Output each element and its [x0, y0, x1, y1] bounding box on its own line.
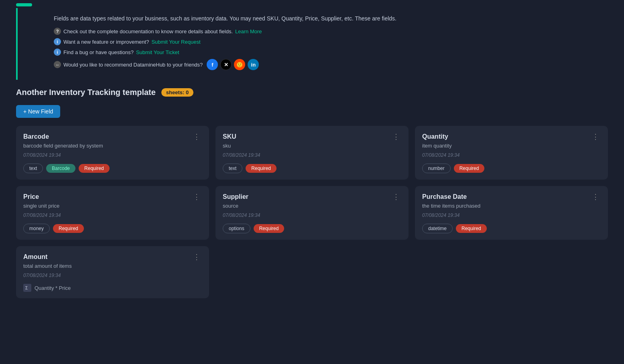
- barcode-menu-button[interactable]: ⋮: [191, 133, 202, 140]
- amount-card-description: total amount of items: [23, 263, 202, 271]
- template-header: Another Inventory Tracking template shee…: [16, 88, 608, 97]
- sku-card-description: sku: [223, 143, 401, 151]
- supplier-tag-options: options: [223, 224, 250, 233]
- quantity-card-header: Quantity ⋮: [422, 133, 601, 140]
- amount-row: Amount ⋮ total amount of items 07/08/202…: [16, 246, 608, 298]
- barcode-card: Barcode ⋮ barcode field generated by sys…: [16, 126, 209, 180]
- share-text: Would you like to recommend DatamineHub …: [63, 62, 203, 68]
- amount-menu-button[interactable]: ⋮: [191, 253, 202, 261]
- info-icon-2: i: [54, 49, 61, 56]
- submit-ticket-link[interactable]: Submit Your Ticket: [136, 49, 179, 55]
- cards-grid-row2: Price ⋮ single unit price 07/08/2024 19:…: [16, 186, 608, 240]
- sku-menu-button[interactable]: ⋮: [391, 133, 401, 140]
- price-card-tags: money Required: [23, 224, 202, 233]
- amount-card: Amount ⋮ total amount of items 07/08/202…: [16, 246, 209, 298]
- quantity-card-tags: number Required: [422, 164, 601, 173]
- quantity-tag-number: number: [422, 164, 451, 173]
- sheets-badge: sheets: 0: [161, 88, 193, 97]
- supplier-card-date: 07/08/2024 19:34: [223, 212, 401, 218]
- amount-card-formula: Σ Quantity * Price: [23, 284, 202, 292]
- quantity-card-title: Quantity: [422, 133, 448, 140]
- page-container: Fields are data types related to your bu…: [0, 0, 624, 314]
- social-icons: f ✕ 🙂 in: [207, 59, 259, 70]
- price-card-header: Price ⋮: [23, 193, 202, 200]
- doc-text: Check out the complete documentation to …: [63, 28, 233, 34]
- reddit-icon[interactable]: 🙂: [234, 59, 245, 70]
- barcode-tag-text: text: [23, 164, 43, 173]
- cards-grid-row1: Barcode ⋮ barcode field generated by sys…: [16, 126, 608, 180]
- purchase-date-card-tags: datetime Required: [422, 224, 601, 233]
- purchase-date-menu-button[interactable]: ⋮: [590, 193, 601, 200]
- price-card-date: 07/08/2024 19:34: [23, 212, 202, 218]
- share-icon: ↔: [54, 61, 61, 68]
- barcode-card-title: Barcode: [23, 133, 49, 140]
- barcode-card-description: barcode field generated by system: [23, 143, 202, 151]
- purchase-date-card-date: 07/08/2024 19:34: [422, 212, 601, 218]
- supplier-card-description: source: [223, 203, 401, 211]
- info-main-text: Fields are data types related to your bu…: [54, 14, 608, 23]
- sku-card-tags: text Required: [223, 164, 401, 173]
- barcode-tag-barcode: Barcode: [46, 164, 75, 173]
- supplier-menu-button[interactable]: ⋮: [391, 193, 401, 200]
- quantity-card-description: item quantity: [422, 143, 601, 151]
- formula-text: Quantity * Price: [35, 285, 71, 291]
- linkedin-icon[interactable]: in: [248, 59, 259, 70]
- barcode-card-date: 07/08/2024 19:34: [23, 152, 202, 158]
- info-section: Fields are data types related to your bu…: [16, 8, 624, 80]
- amount-card-header: Amount ⋮: [23, 253, 202, 261]
- purchase-date-card: Purchase Date ⋮ the time items purchased…: [415, 186, 608, 240]
- question-icon: ?: [54, 28, 61, 35]
- supplier-card-title: Supplier: [223, 193, 248, 200]
- price-tag-required: Required: [53, 224, 84, 233]
- doc-row: ? Check out the complete documentation t…: [54, 28, 608, 35]
- quantity-menu-button[interactable]: ⋮: [590, 133, 601, 140]
- purchase-date-card-header: Purchase Date ⋮: [422, 193, 601, 200]
- supplier-card-tags: options Required: [223, 224, 401, 233]
- purchase-date-card-description: the time items purchased: [422, 203, 601, 211]
- sku-card-header: SKU ⋮: [223, 133, 401, 140]
- bug-row: i Find a bug or have questions? Submit Y…: [54, 49, 608, 56]
- supplier-tag-required: Required: [254, 224, 285, 233]
- new-field-button[interactable]: + New Field: [16, 105, 60, 118]
- amount-card-date: 07/08/2024 19:34: [23, 273, 202, 278]
- info-icon-1: i: [54, 38, 61, 45]
- barcode-card-header: Barcode ⋮: [23, 133, 202, 140]
- sku-card-title: SKU: [223, 133, 236, 140]
- facebook-icon[interactable]: f: [207, 59, 218, 70]
- svg-text:Σ: Σ: [25, 286, 28, 290]
- barcode-card-tags: text Barcode Required: [23, 164, 202, 173]
- price-menu-button[interactable]: ⋮: [191, 193, 202, 200]
- quantity-card: Quantity ⋮ item quantity 07/08/2024 19:3…: [415, 126, 608, 180]
- submit-request-link[interactable]: Submit Your Request: [151, 39, 200, 45]
- feature-text: Want a new feature or improvement?: [63, 39, 149, 45]
- bug-text: Find a bug or have questions?: [63, 49, 134, 55]
- quantity-tag-required: Required: [454, 164, 485, 173]
- quantity-card-date: 07/08/2024 19:34: [422, 152, 601, 158]
- sku-card-date: 07/08/2024 19:34: [223, 152, 401, 158]
- purchase-date-card-title: Purchase Date: [422, 193, 467, 200]
- price-tag-money: money: [23, 224, 50, 233]
- formula-icon: Σ: [23, 284, 31, 292]
- price-card: Price ⋮ single unit price 07/08/2024 19:…: [16, 186, 209, 240]
- amount-card-title: Amount: [23, 253, 47, 261]
- feature-row: i Want a new feature or improvement? Sub…: [54, 38, 608, 45]
- share-row: ↔ Would you like to recommend DatamineHu…: [54, 59, 608, 70]
- template-title: Another Inventory Tracking template: [16, 88, 156, 97]
- supplier-card-header: Supplier ⋮: [223, 193, 401, 200]
- sku-tag-text: text: [223, 164, 242, 173]
- purchase-date-tag-datetime: datetime: [422, 224, 453, 233]
- price-card-title: Price: [23, 193, 39, 200]
- purchase-date-tag-required: Required: [456, 224, 487, 233]
- sku-card: SKU ⋮ sku 07/08/2024 19:34 text Required: [215, 126, 409, 180]
- template-section: Another Inventory Tracking template shee…: [0, 88, 624, 298]
- price-card-description: single unit price: [23, 203, 202, 211]
- supplier-card: Supplier ⋮ source 07/08/2024 19:34 optio…: [215, 186, 409, 240]
- top-indicator: [16, 3, 32, 6]
- sku-tag-required: Required: [246, 164, 276, 173]
- twitter-x-icon[interactable]: ✕: [220, 59, 232, 70]
- barcode-tag-required: Required: [79, 164, 110, 173]
- learn-more-link[interactable]: Learn More: [235, 28, 262, 34]
